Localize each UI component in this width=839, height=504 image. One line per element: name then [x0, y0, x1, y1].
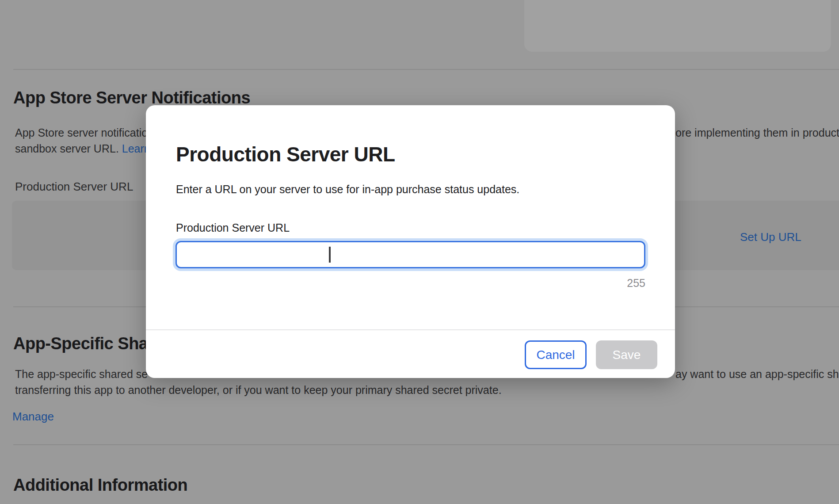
- paragraph-fragment: App Store server notification: [15, 126, 154, 139]
- shared-secret-description-right: ay want to use an app-specific shared se…: [675, 368, 839, 381]
- dialog-description: Enter a URL on your server to use for in…: [176, 183, 519, 196]
- save-button[interactable]: Save: [596, 340, 657, 369]
- dialog-title: Production Server URL: [176, 142, 395, 166]
- text-cursor: [329, 247, 331, 263]
- dialog-footer-divider: [146, 329, 675, 330]
- header-panel: [524, 0, 831, 52]
- page: App Store Server Notifications App Store…: [0, 0, 839, 504]
- shared-secret-description-line2: transferring this app to another develop…: [15, 384, 502, 397]
- section-heading-additional-information: Additional Information: [13, 476, 187, 495]
- production-server-url-dialog: Production Server URL Enter a URL on you…: [146, 105, 675, 378]
- notifications-description-left: App Store server notification: [15, 126, 154, 139]
- section-divider: [13, 69, 839, 70]
- char-limit-counter: 255: [627, 277, 645, 290]
- section-heading-server-notifications: App Store Server Notifications: [13, 88, 250, 107]
- url-input[interactable]: [175, 241, 645, 268]
- set-up-url-link[interactable]: Set Up URL: [740, 230, 801, 244]
- paragraph-fragment: ore implementing them in production. To …: [675, 126, 839, 139]
- cancel-button[interactable]: Cancel: [525, 340, 587, 369]
- manage-link[interactable]: Manage: [12, 410, 54, 424]
- production-url-field-label: Production Server URL: [15, 180, 133, 194]
- shared-secret-description-left: The app-specific shared se: [15, 368, 148, 381]
- section-divider: [13, 444, 839, 445]
- paragraph-fragment: sandbox server URL.: [15, 142, 122, 155]
- url-field-label: Production Server URL: [176, 221, 290, 234]
- notifications-description-right: ore implementing them in production. To …: [675, 126, 839, 139]
- paragraph-fragment: ay want to use an app-specific shared se…: [675, 368, 839, 380]
- paragraph-fragment: The app-specific shared se: [15, 368, 148, 380]
